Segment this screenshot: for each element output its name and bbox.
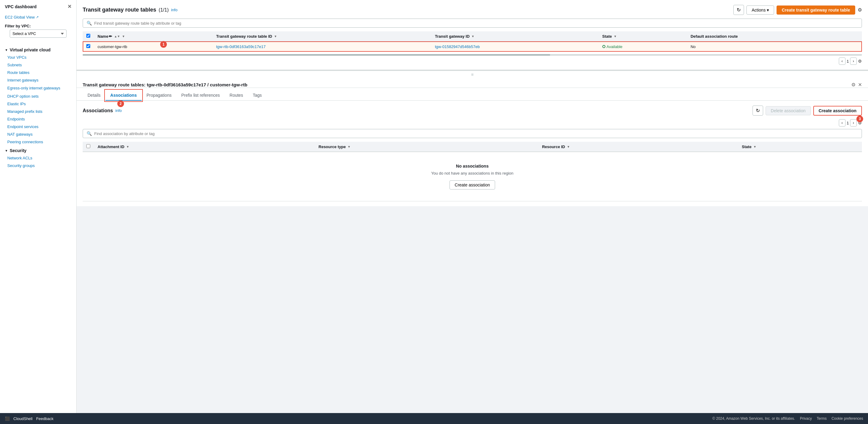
horizontal-scrollbar[interactable] [83,54,862,56]
empty-state-row: No associations You do not have any asso… [83,152,862,201]
assoc-table: Attachment ID ▼ Resource type ▼ [83,142,862,201]
assoc-search-input[interactable] [94,132,858,136]
tab-prefix-list-refs[interactable]: Prefix list references [176,90,225,101]
security-section-arrow: ▼ [5,149,8,152]
col-resource-id: Resource ID ▼ [538,142,738,152]
assoc-actions: ↻ Delete association Create association … [752,106,862,116]
cloudshell-button[interactable]: CloudShell [13,416,33,421]
sidebar-item-route-tables[interactable]: Route tables [0,69,76,76]
vpc-filter-select[interactable]: Select a VPC [10,29,67,38]
prev-page-button[interactable]: ‹ [839,57,845,65]
annotation-3: 3 [857,116,863,122]
copyright-text: © 2024, Amazon Web Services, Inc. or its… [712,416,795,421]
col-tgw-id: Transit gateway ID ▼ [431,31,599,41]
tab-routes[interactable]: Routes [225,90,248,101]
sidebar-item-network-acls[interactable]: Network ACLs [0,154,76,162]
sidebar-item-subnets[interactable]: Subnets [0,61,76,69]
assoc-select-all-header [83,142,94,152]
sidebar-item-dhcp-options[interactable]: DHCP option sets [0,92,76,100]
sidebar-item-security-groups[interactable]: Security groups [0,162,76,169]
assoc-next-page[interactable]: › [850,119,857,126]
status-dot-icon [602,45,606,48]
col-state: State ▼ [599,31,687,41]
rtb-id-link[interactable]: tgw-rtb-0df36163a59c17e17 [216,45,266,49]
top-search-input[interactable] [94,21,858,26]
create-tgw-rtb-button[interactable]: Create transit gateway route table [777,5,855,15]
terms-link[interactable]: Terms [817,416,827,421]
row-rtb-id-cell: tgw-rtb-0df36163a59c17e17 [212,41,431,52]
name-edit-icon[interactable]: ✏ [109,34,112,39]
row-checkbox[interactable] [86,44,90,48]
sidebar-item-egress-internet-gateways[interactable]: Egress-only internet gateways [0,84,76,92]
sidebar-section-security[interactable]: ▼ Security [0,146,76,154]
sidebar-section-vpc[interactable]: ▼ Virtual private cloud [0,45,76,54]
sidebar-item-your-vpcs[interactable]: Your VPCs [0,54,76,61]
assoc-refresh-button[interactable]: ↻ [752,106,763,116]
col-name: Name ✏ ▲▼ ▼ [94,31,212,41]
detail-settings-icon[interactable]: ⚙ [851,82,856,88]
feedback-link[interactable]: Feedback [36,416,54,421]
state-filter-icon[interactable]: ▼ [614,35,617,38]
detail-header: Transit gateway route tables: tgw-rtb-0d… [76,78,868,88]
detail-title-icons: ⚙ ✕ [851,82,862,88]
create-association-center-button[interactable]: Create association [450,180,495,190]
table-settings-icon[interactable]: ⚙ [858,59,862,63]
sidebar-close-button[interactable]: ✕ [67,4,71,9]
rtb-id-filter-icon[interactable]: ▼ [274,35,277,38]
select-all-checkbox[interactable] [86,34,90,38]
sidebar-item-nat-gateways[interactable]: NAT gateways [0,131,76,138]
col-resource-type: Resource type ▼ [315,142,538,152]
sidebar: VPC dashboard ✕ EC2 Global View ↗ Filter… [0,0,76,413]
assoc-prev-page[interactable]: ‹ [839,119,845,126]
table-row[interactable]: customer-tgw-rtb tgw-rtb-0df36163a59c17e… [83,41,862,52]
refresh-button[interactable]: ↻ [733,5,744,15]
assoc-state-filter-icon[interactable]: ▼ [753,145,756,148]
resource-type-filter-icon[interactable]: ▼ [348,145,351,148]
next-page-button[interactable]: › [850,57,857,65]
resource-id-filter-icon[interactable]: ▼ [567,145,570,148]
assoc-select-all-checkbox[interactable] [86,144,90,148]
assoc-page-num: 1 [847,121,849,125]
sidebar-item-internet-gateways[interactable]: Internet gateways [0,76,76,84]
sidebar-item-peering-connections[interactable]: Peering connections [0,138,76,146]
drag-handle[interactable]: ≡ [76,71,868,78]
tab-details[interactable]: Details [83,90,105,101]
tab-associations[interactable]: Associations [105,90,142,101]
top-pagination: ‹ 1 › ⚙ [83,57,862,65]
settings-icon[interactable]: ⚙ [858,7,862,13]
row-checkbox-cell [83,41,94,52]
bottom-bar: ⬛ CloudShell Feedback © 2024, Amazon Web… [0,413,868,424]
assoc-title: Associations info [83,108,122,113]
row-name-cell: customer-tgw-rtb [94,41,212,52]
actions-button[interactable]: Actions ▾ [746,5,774,15]
detail-close-button[interactable]: ✕ [858,82,862,88]
col-rtb-id: Transit gateway route table ID ▼ [212,31,431,41]
attachment-id-filter-icon[interactable]: ▼ [126,145,129,148]
tab-propagations[interactable]: Propagations [142,90,177,101]
sidebar-item-prefix-lists[interactable]: Managed prefix lists [0,108,76,115]
annotation-1: 1 [160,41,167,48]
tgw-id-link[interactable]: tgw-01582947d546b57eb [435,45,479,49]
select-all-header [83,31,94,41]
top-search-bar: 🔍 [83,19,862,28]
top-panel-info-link[interactable]: info [171,8,178,12]
assoc-search-bar: 🔍 [83,129,862,138]
privacy-link[interactable]: Privacy [800,416,812,421]
tgw-id-filter-icon[interactable]: ▼ [471,35,474,38]
page-number: 1 [847,59,849,63]
tab-tags[interactable]: Tags [248,90,267,101]
name-sort-icon[interactable]: ▲▼ [114,35,120,38]
delete-association-button[interactable]: Delete association [766,106,811,115]
name-filter-icon[interactable]: ▼ [122,35,125,38]
ec2-global-view-link[interactable]: EC2 Global View ↗ [0,13,76,21]
status-available: Available [602,45,684,49]
assoc-info-link[interactable]: info [116,108,122,113]
row-default-assoc-cell: No [687,41,862,52]
create-association-button[interactable]: Create association [813,106,862,116]
cookie-link[interactable]: Cookie preferences [832,416,863,421]
sidebar-item-endpoint-services[interactable]: Endpoint services [0,123,76,131]
sidebar-item-endpoints[interactable]: Endpoints [0,115,76,123]
sidebar-title: VPC dashboard [5,4,36,9]
sidebar-item-elastic-ips[interactable]: Elastic IPs [0,100,76,108]
row-state-cell: Available [599,41,687,52]
